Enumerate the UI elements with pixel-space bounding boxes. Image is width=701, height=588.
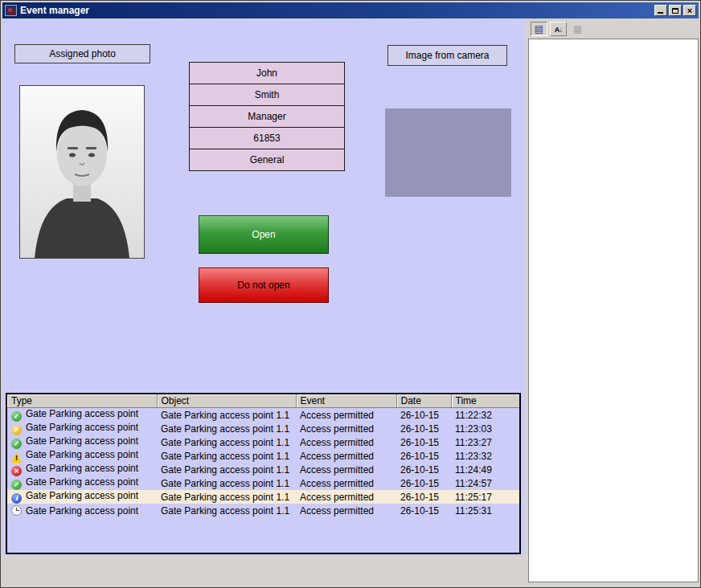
cell-object: Gate Parking access point 1.1	[157, 490, 296, 504]
maximize-button[interactable]	[669, 5, 682, 16]
cell-object: Gate Parking access point 1.1	[157, 463, 296, 476]
maximize-icon	[672, 8, 678, 14]
column-header-event[interactable]: Event	[296, 394, 396, 408]
cell-type: Gate Parking access point	[7, 463, 157, 476]
window-title: Event manager	[20, 5, 653, 16]
property-pages-icon: ▦	[569, 22, 586, 36]
cell-event: Access permitted	[296, 422, 396, 435]
minimize-button[interactable]	[654, 5, 667, 16]
table-row[interactable]: Gate Parking access pointGate Parking ac…	[7, 408, 519, 423]
table-row[interactable]: Gate Parking access pointGate Parking ac…	[7, 435, 519, 449]
cell-event: Access permitted	[296, 490, 396, 504]
check-green-icon	[11, 439, 22, 449]
cell-type: Gate Parking access point	[7, 490, 157, 504]
minimize-icon	[658, 12, 663, 14]
table-row[interactable]: Gate Parking access pointGate Parking ac…	[7, 422, 519, 435]
camera-image-placeholder	[385, 108, 511, 197]
cell-event: Access permitted	[296, 449, 396, 463]
check-green-icon	[11, 411, 22, 422]
cell-time: 11:23:27	[451, 435, 519, 449]
cell-event: Access permitted	[296, 463, 396, 476]
last-name-field: Smith	[189, 84, 345, 106]
image-from-camera-button[interactable]: Image from camera	[387, 45, 507, 66]
warning-icon	[11, 452, 22, 463]
right-panel: ▤ A↓ ▦	[528, 21, 699, 584]
column-header-date[interactable]: Date	[396, 394, 451, 408]
cell-time: 11:25:17	[451, 490, 519, 504]
cell-time: 11:23:32	[451, 449, 519, 463]
property-list-area[interactable]	[528, 39, 699, 582]
do-not-open-button[interactable]: Do not open	[199, 267, 329, 303]
cell-date: 26-10-15	[396, 463, 451, 476]
cell-object: Gate Parking access point 1.1	[157, 449, 296, 463]
categorized-view-icon[interactable]: ▤	[531, 22, 547, 36]
app-icon	[5, 5, 17, 16]
event-table-body: Gate Parking access pointGate Parking ac…	[7, 408, 519, 518]
close-icon: ×	[687, 6, 692, 14]
column-header-type[interactable]: Type	[7, 394, 157, 408]
check-green-icon	[11, 480, 22, 490]
cell-type: Gate Parking access point	[7, 408, 157, 423]
cell-object: Gate Parking access point 1.1	[157, 408, 296, 423]
cell-time: 11:24:57	[451, 476, 519, 490]
property-toolbar: ▤ A↓ ▦	[528, 21, 699, 37]
cell-type: Gate Parking access point	[7, 449, 157, 463]
cell-event: Access permitted	[296, 504, 396, 517]
cell-type: Gate Parking access point	[7, 422, 157, 435]
table-row[interactable]: Gate Parking access pointGate Parking ac…	[7, 463, 519, 476]
close-button[interactable]: ×	[683, 5, 696, 16]
person-fields: John Smith Manager 61853 General	[189, 62, 345, 171]
event-manager-window: Event manager × Assigned photo Image fro…	[0, 0, 701, 588]
cell-object: Gate Parking access point 1.1	[157, 422, 296, 435]
check-yellow-icon	[11, 425, 22, 435]
table-row[interactable]: Gate Parking access pointGate Parking ac…	[7, 449, 519, 463]
cell-date: 26-10-15	[396, 449, 451, 463]
cell-time: 11:25:31	[451, 504, 519, 517]
table-row[interactable]: Gate Parking access pointGate Parking ac…	[7, 490, 519, 504]
cell-date: 26-10-15	[396, 504, 451, 517]
stop-red-icon	[11, 466, 22, 476]
clock-icon	[11, 505, 22, 516]
cell-type: Gate Parking access point	[7, 504, 157, 517]
event-table: Type Object Event Date Time Gate Parking…	[6, 393, 521, 554]
main-panel: Assigned photo Image from camera	[2, 19, 525, 555]
table-header-row: Type Object Event Date Time	[7, 394, 519, 408]
cell-time: 11:24:49	[451, 463, 519, 476]
cell-date: 26-10-15	[396, 422, 451, 435]
table-row[interactable]: Gate Parking access pointGate Parking ac…	[7, 476, 519, 490]
column-header-time[interactable]: Time	[451, 394, 519, 408]
open-button[interactable]: Open	[199, 215, 329, 254]
sort-alphabetical-icon[interactable]: A↓	[550, 22, 567, 36]
cell-time: 11:22:32	[451, 408, 519, 423]
cell-type: Gate Parking access point	[7, 476, 157, 490]
assigned-photo-image	[19, 85, 145, 259]
cell-object: Gate Parking access point 1.1	[157, 504, 296, 517]
id-number-field: 61853	[189, 127, 345, 149]
assigned-photo-button[interactable]: Assigned photo	[14, 44, 150, 63]
cell-time: 11:23:03	[451, 422, 519, 435]
cell-object: Gate Parking access point 1.1	[157, 435, 296, 449]
cell-type: Gate Parking access point	[7, 435, 157, 449]
titlebar: Event manager ×	[2, 2, 699, 18]
position-field: Manager	[189, 105, 345, 128]
cell-event: Access permitted	[296, 435, 396, 449]
cell-event: Access permitted	[296, 476, 396, 490]
cell-date: 26-10-15	[396, 476, 451, 490]
table-row[interactable]: Gate Parking access pointGate Parking ac…	[7, 504, 519, 517]
column-header-object[interactable]: Object	[157, 394, 296, 408]
cell-object: Gate Parking access point 1.1	[157, 476, 296, 490]
cell-date: 26-10-15	[396, 435, 451, 449]
cell-date: 26-10-15	[396, 490, 451, 504]
cell-event: Access permitted	[296, 408, 396, 423]
info-icon	[11, 493, 22, 504]
cell-date: 26-10-15	[396, 408, 451, 423]
department-field: General	[189, 149, 345, 171]
first-name-field: John	[189, 62, 345, 84]
